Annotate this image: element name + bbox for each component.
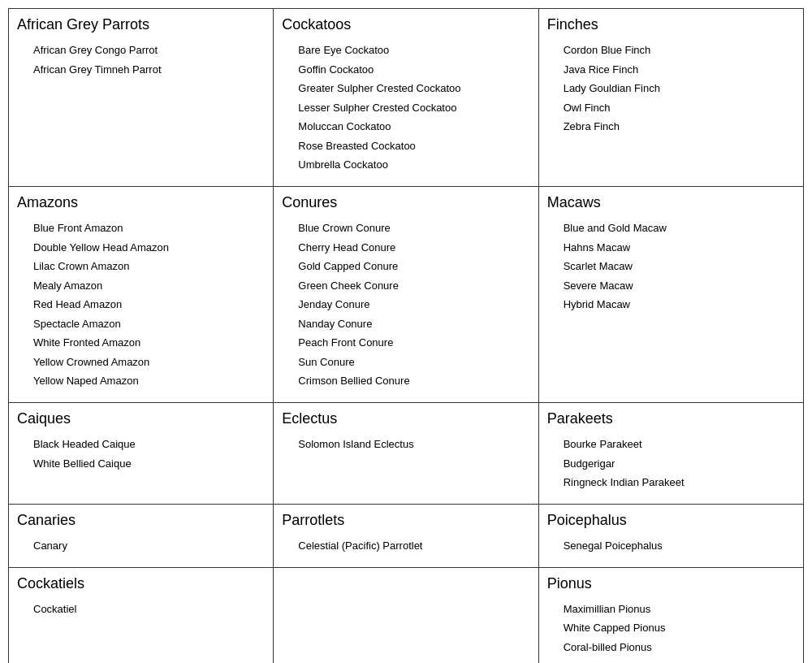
species-list-poicephalus: Senegal Poicephalus (547, 538, 795, 554)
list-item: White Bellied Caique (33, 456, 265, 472)
category-cell-parrotlets: ParrotletsCelestial (Pacific) Parrotlet (274, 505, 538, 568)
list-item: Yellow Crowned Amazon (33, 354, 265, 370)
list-item: Bare Eye Cockatoo (298, 42, 529, 58)
category-title-eclectus: Eclectus (282, 410, 529, 428)
category-cell-amazons: AmazonsBlue Front AmazonDouble Yellow He… (9, 187, 274, 403)
list-item: Celestial (Pacific) Parrotlet (298, 538, 529, 554)
category-cell-pionus: PionusMaximillian PionusWhite Capped Pio… (539, 568, 804, 663)
category-title-african-grey-parrots: African Grey Parrots (17, 15, 265, 34)
species-list-caiques: Black Headed CaiqueWhite Bellied Caique (17, 436, 265, 471)
list-item: Peach Front Conure (298, 335, 529, 351)
list-item: Bourke Parakeet (564, 436, 795, 453)
list-item: Blue Crown Conure (298, 220, 529, 236)
list-item: Budgerigar (564, 456, 795, 472)
list-item: Nanday Conure (298, 316, 529, 332)
species-list-amazons: Blue Front AmazonDouble Yellow Head Amaz… (17, 220, 265, 389)
category-title-cockatoos: Cockatoos (282, 15, 529, 34)
species-list-conures: Blue Crown ConureCherry Head ConureGold … (282, 220, 529, 389)
list-item: African Grey Congo Parrot (33, 42, 265, 58)
list-item: Blue and Gold Macaw (564, 220, 795, 236)
list-item: Hybrid Macaw (564, 297, 795, 313)
category-title-finches: Finches (547, 15, 795, 34)
list-item: Coral-billed Pionus (564, 639, 795, 656)
list-item: White Fronted Amazon (33, 335, 265, 351)
species-list-macaws: Blue and Gold MacawHahns MacawScarlet Ma… (547, 220, 795, 313)
list-item: Severe Macaw (564, 278, 795, 294)
category-title-pionus: Pionus (547, 574, 795, 593)
species-list-pionus: Maximillian PionusWhite Capped PionusCor… (547, 601, 795, 656)
list-item: Umbrella Cockatoo (298, 157, 529, 173)
list-item: Rose Breasted Cockatoo (298, 138, 529, 154)
category-title-parrotlets: Parrotlets (282, 511, 529, 530)
category-cell-cockatoos: CockatoosBare Eye CockatooGoffin Cockato… (274, 9, 538, 187)
bird-categories-grid: African Grey ParrotsAfrican Grey Congo P… (8, 8, 804, 663)
category-cell-caiques: CaiquesBlack Headed CaiqueWhite Bellied … (9, 403, 274, 505)
list-item: Green Cheek Conure (298, 278, 529, 294)
list-item: Jenday Conure (298, 297, 529, 313)
list-item: Mealy Amazon (33, 278, 265, 294)
category-cell-canaries: CanariesCanary (9, 505, 274, 568)
list-item: Crimson Bellied Conure (298, 373, 529, 389)
list-item: Java Rice Finch (564, 62, 795, 78)
list-item: Cordon Blue Finch (564, 42, 795, 58)
list-item: Double Yellow Head Amazon (33, 240, 265, 256)
list-item: Lilac Crown Amazon (33, 258, 265, 275)
list-item: Greater Sulpher Crested Cockatoo (298, 80, 529, 97)
category-cell-finches: FinchesCordon Blue FinchJava Rice FinchL… (539, 9, 804, 187)
list-item: Red Head Amazon (33, 297, 265, 313)
category-title-canaries: Canaries (17, 511, 265, 530)
list-item: Cherry Head Conure (298, 240, 529, 256)
list-item: White Capped Pionus (564, 620, 795, 636)
species-list-parrotlets: Celestial (Pacific) Parrotlet (282, 538, 529, 554)
category-cell-macaws: MacawsBlue and Gold MacawHahns MacawScar… (539, 187, 804, 403)
list-item: Zebra Finch (564, 119, 795, 135)
species-list-cockatiels: Cockatiel (17, 601, 265, 618)
category-title-macaws: Macaws (547, 193, 795, 212)
list-item: Hahns Macaw (564, 240, 795, 256)
category-cell-cockatiels: CockatielsCockatiel (9, 568, 274, 663)
list-item: Moluccan Cockatoo (298, 119, 529, 135)
category-title-cockatiels: Cockatiels (17, 574, 265, 593)
species-list-canaries: Canary (17, 538, 265, 554)
list-item: Scarlet Macaw (564, 258, 795, 275)
empty-cell (274, 568, 538, 663)
list-item: Black Headed Caique (33, 436, 265, 453)
list-item: Lady Gouldian Finch (564, 80, 795, 97)
category-title-poicephalus: Poicephalus (547, 511, 795, 530)
category-cell-conures: ConuresBlue Crown ConureCherry Head Conu… (274, 187, 538, 403)
list-item: Yellow Naped Amazon (33, 373, 265, 389)
list-item: Spectacle Amazon (33, 316, 265, 332)
species-list-african-grey-parrots: African Grey Congo ParrotAfrican Grey Ti… (17, 42, 265, 77)
list-item: Maximillian Pionus (564, 601, 795, 618)
list-item: Blue Front Amazon (33, 220, 265, 236)
list-item: African Grey Timneh Parrot (33, 62, 265, 78)
list-item: Cockatiel (33, 601, 265, 618)
category-cell-african-grey-parrots: African Grey ParrotsAfrican Grey Congo P… (9, 9, 274, 187)
species-list-eclectus: Solomon Island Eclectus (282, 436, 529, 453)
category-title-caiques: Caiques (17, 410, 265, 428)
species-list-finches: Cordon Blue FinchJava Rice FinchLady Gou… (547, 42, 795, 135)
list-item: Sun Conure (298, 354, 529, 370)
list-item: Gold Capped Conure (298, 258, 529, 275)
list-item: Canary (33, 538, 265, 554)
category-title-parakeets: Parakeets (547, 410, 795, 428)
list-item: Owl Finch (564, 100, 795, 116)
list-item: Goffin Cockatoo (298, 62, 529, 78)
category-cell-eclectus: EclectusSolomon Island Eclectus (274, 403, 538, 505)
list-item: Solomon Island Eclectus (298, 436, 529, 453)
list-item: Senegal Poicephalus (564, 538, 795, 554)
category-cell-parakeets: ParakeetsBourke ParakeetBudgerigarRingne… (539, 403, 804, 505)
category-title-conures: Conures (282, 193, 529, 212)
species-list-cockatoos: Bare Eye CockatooGoffin CockatooGreater … (282, 42, 529, 173)
category-title-amazons: Amazons (17, 193, 265, 212)
list-item: Lesser Sulpher Crested Cockatoo (298, 100, 529, 116)
species-list-parakeets: Bourke ParakeetBudgerigarRingneck Indian… (547, 436, 795, 491)
list-item: Ringneck Indian Parakeet (564, 474, 795, 491)
category-cell-poicephalus: PoicephalusSenegal Poicephalus (539, 505, 804, 568)
